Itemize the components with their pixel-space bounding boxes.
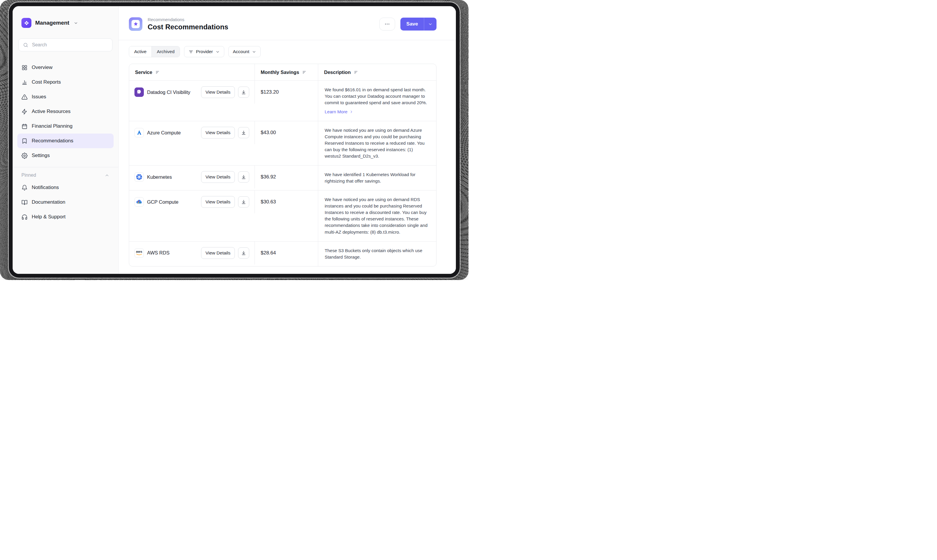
sidebar-item-label: Settings	[32, 152, 49, 158]
sidebar-item-issues[interactable]: Issues	[17, 89, 114, 104]
kubernetes-icon	[134, 172, 144, 182]
description-text: We have noticed you are using on demand …	[325, 196, 430, 235]
sidebar-item-label: Active Resources	[32, 109, 71, 114]
sidebar-item-label: Financial Planning	[32, 123, 72, 129]
table-row: Datadog CI Visibility View Details $123.…	[129, 81, 436, 121]
ellipsis-icon	[384, 21, 390, 27]
sidebar-item-label: Notifications	[32, 185, 59, 191]
tab-archived[interactable]: Archived	[151, 46, 179, 57]
sidebar-item-notifications[interactable]: Notifications	[17, 180, 114, 195]
app-window: Management Overview Cost Reports Issues	[9, 2, 460, 278]
status-segmented-control: Active Archived	[129, 46, 180, 57]
bar-chart-icon	[22, 79, 28, 85]
table-row: GCP Compute View Details $30.63 We have …	[129, 191, 436, 241]
azure-icon	[134, 128, 144, 137]
download-button[interactable]	[238, 248, 249, 258]
search-input[interactable]	[31, 42, 108, 48]
alert-triangle-icon	[22, 94, 28, 100]
chevron-down-icon	[252, 49, 256, 54]
more-options-button[interactable]	[379, 18, 395, 31]
gear-icon	[22, 152, 28, 159]
main-area: Recommendations Cost Recommendations Sav…	[118, 6, 456, 274]
recommendations-table: Service Monthly Savings Description	[129, 64, 437, 266]
monthly-savings: $30.63	[255, 191, 318, 241]
download-icon	[241, 174, 246, 180]
sidebar-item-active-resources[interactable]: Active Resources	[17, 104, 114, 119]
sidebar-item-label: Recommendations	[32, 138, 73, 144]
learn-more-link[interactable]: Learn More	[325, 109, 354, 115]
table-row: Kubernetes View Details $36.92 We have i…	[129, 166, 436, 191]
zap-icon	[22, 109, 28, 115]
chevron-down-icon	[428, 22, 433, 26]
view-details-button[interactable]: View Details	[201, 196, 235, 208]
filter-bar: Active Archived Provider Account	[129, 46, 437, 57]
download-icon	[241, 130, 246, 135]
description-text: We found $616.01 in on demand spend last…	[325, 86, 430, 106]
filter-lines-icon	[188, 49, 194, 54]
sidebar-item-label: Documentation	[32, 199, 65, 205]
account-filter-button[interactable]: Account	[228, 46, 261, 57]
calendar-icon	[22, 123, 28, 129]
tab-active[interactable]: Active	[129, 46, 151, 57]
monthly-savings: $28.64	[255, 242, 318, 266]
download-button[interactable]	[238, 196, 249, 208]
sidebar: Management Overview Cost Reports Issues	[12, 6, 118, 274]
pinned-section: Pinned Notifications Documentation Help …	[12, 167, 118, 224]
description-text: These S3 Buckets only contain objects wh…	[325, 248, 430, 260]
sidebar-item-help-support[interactable]: Help & Support	[17, 209, 114, 224]
datadog-icon	[134, 88, 144, 97]
workspace-logo-icon	[22, 18, 31, 28]
view-details-button[interactable]: View Details	[201, 127, 235, 138]
sidebar-nav: Overview Cost Reports Issues Active Reso…	[12, 60, 118, 163]
table-row: aws AWS RDS View Details $28.64 These S3…	[129, 242, 436, 266]
sidebar-item-label: Overview	[32, 65, 52, 71]
download-button[interactable]	[238, 171, 249, 183]
sidebar-item-financial-planning[interactable]: Financial Planning	[17, 119, 114, 134]
page-title: Cost Recommendations	[148, 23, 228, 31]
page-badge-icon	[129, 17, 142, 31]
gcp-icon	[134, 197, 144, 207]
workspace-name: Management	[35, 20, 69, 26]
pinned-label: Pinned	[22, 172, 36, 178]
sidebar-item-cost-reports[interactable]: Cost Reports	[17, 75, 114, 89]
chevron-up-icon[interactable]	[105, 173, 109, 178]
breadcrumb: Recommendations	[148, 17, 228, 22]
save-button[interactable]: Save	[400, 18, 424, 31]
service-name: Datadog CI Visibility	[147, 89, 198, 95]
description-text: We have identified 1 Kubernetes Workload…	[325, 171, 430, 184]
save-dropdown-button[interactable]	[424, 18, 437, 31]
sidebar-item-recommendations[interactable]: Recommendations	[17, 134, 114, 148]
download-icon	[241, 89, 246, 95]
service-name: AWS RDS	[147, 250, 198, 255]
chevron-down-icon	[215, 49, 220, 54]
sidebar-item-label: Help & Support	[32, 214, 65, 220]
sidebar-item-settings[interactable]: Settings	[17, 148, 114, 163]
chevron-down-icon	[74, 21, 78, 25]
sort-icon[interactable]	[155, 70, 160, 75]
sort-icon[interactable]	[354, 70, 359, 75]
view-details-button[interactable]: View Details	[201, 86, 235, 98]
description-text: We have noticed you are using on demand …	[325, 127, 430, 159]
monthly-savings: $43.00	[255, 121, 318, 165]
view-details-button[interactable]: View Details	[201, 171, 235, 183]
sidebar-item-label: Issues	[32, 94, 46, 100]
provider-filter-button[interactable]: Provider	[184, 46, 225, 57]
column-header-service: Service	[135, 69, 152, 75]
download-icon	[241, 250, 246, 255]
monthly-savings: $36.92	[255, 166, 318, 190]
sort-icon[interactable]	[302, 70, 307, 75]
download-button[interactable]	[238, 127, 249, 138]
view-details-button[interactable]: View Details	[201, 247, 235, 259]
sidebar-item-documentation[interactable]: Documentation	[17, 195, 114, 209]
book-icon	[22, 199, 28, 205]
search-box[interactable]	[18, 38, 112, 51]
aws-icon: aws	[134, 248, 144, 258]
monthly-savings: $123.20	[255, 81, 318, 121]
sidebar-item-overview[interactable]: Overview	[17, 60, 114, 75]
download-button[interactable]	[238, 86, 249, 98]
workspace-switcher[interactable]: Management	[12, 6, 118, 28]
page-content: Active Archived Provider Account Servi	[118, 40, 456, 274]
chevron-right-icon	[349, 110, 354, 114]
column-header-description: Description	[324, 69, 351, 75]
grid-icon	[22, 65, 28, 71]
